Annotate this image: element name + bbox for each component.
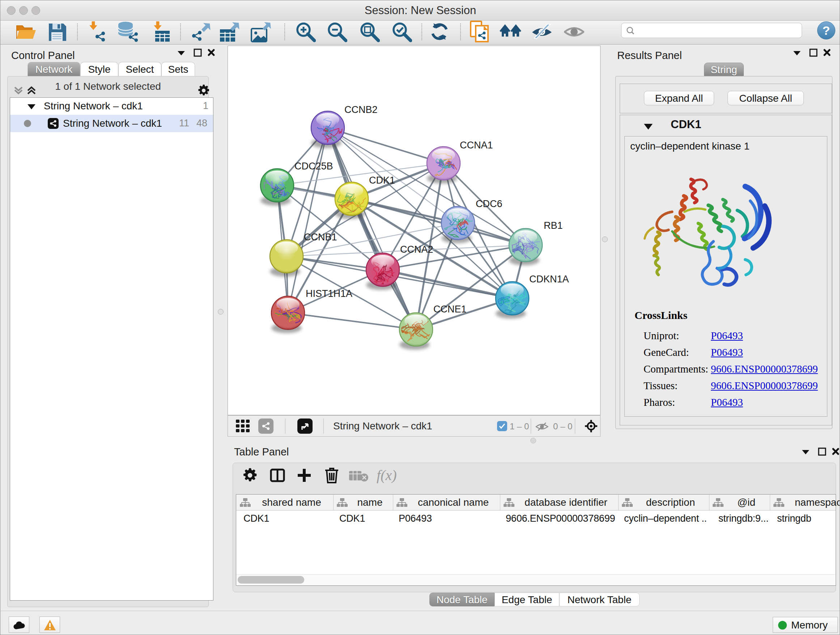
svg-text:CCNB2: CCNB2 — [344, 104, 378, 115]
svg-text:CDKN1A: CDKN1A — [529, 274, 569, 285]
svg-text:CCNA2: CCNA2 — [400, 244, 433, 255]
svg-text:CDK1: CDK1 — [369, 175, 395, 186]
svg-text:CCNB1: CCNB1 — [304, 232, 337, 242]
svg-text:CCNA1: CCNA1 — [460, 140, 493, 150]
svg-text:CDC25B: CDC25B — [294, 161, 333, 172]
svg-text:RB1: RB1 — [544, 220, 563, 231]
svg-text:HIST1H1A: HIST1H1A — [306, 288, 352, 299]
svg-text:CCNE1: CCNE1 — [433, 304, 467, 315]
svg-text:CDC6: CDC6 — [476, 198, 502, 209]
